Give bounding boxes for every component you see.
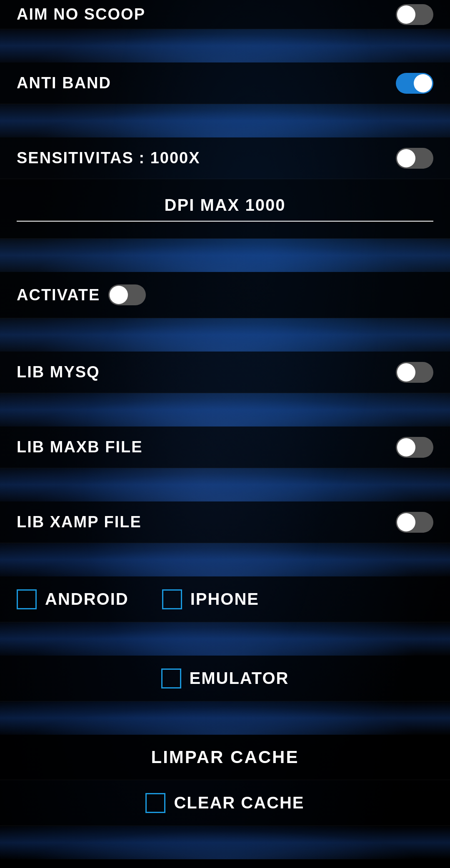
lib-xamp-toggle[interactable] [396,512,433,533]
sensitivitas-toggle[interactable] [396,148,433,169]
toggle-knob [397,363,415,382]
activate-label: ACTIVATE [17,286,100,304]
android-checkbox[interactable] [17,589,37,609]
android-checkbox-wrapper[interactable]: ANDROID [17,589,129,609]
lib-mysq-label: LIB MYSQ [17,363,100,381]
clear-cache-row: CLEAR CACHE [0,780,450,826]
bg-spacer-9 [0,701,450,735]
bg-spacer-7 [0,543,450,576]
dpi-section: DPI MAX 1000 [0,179,450,239]
limpar-cache-section: LIMPAR CACHE [0,735,450,780]
android-label: ANDROID [45,590,129,609]
lib-mysq-row: LIB MYSQ [0,352,450,393]
toggle-knob [110,286,128,304]
emulator-label: EMULATOR [190,669,289,688]
lib-maxb-toggle[interactable] [396,437,433,458]
bg-spacer-1 [0,29,450,62]
activate-row: ACTIVATE [0,272,450,318]
anti-band-row: ANTI BAND [0,62,450,104]
toggle-knob [397,438,415,456]
lib-xamp-row: LIB XAMP FILE [0,501,450,543]
sensitivitas-row: SENSITIVITAS : 1000X [0,137,450,179]
bg-spacer-2 [0,104,450,137]
lib-maxb-row: LIB MAXB FILE [0,427,450,468]
clear-cache-checkbox[interactable] [145,793,165,813]
lib-xamp-label: LIB XAMP FILE [17,513,142,531]
lib-mysq-toggle[interactable] [396,362,433,383]
device-row: ANDROID IPHONE [0,576,450,622]
emulator-checkbox[interactable] [161,668,181,688]
iphone-checkbox-wrapper[interactable]: IPHONE [162,589,259,609]
bg-spacer-4 [0,318,450,352]
bg-spacer-10 [0,826,450,859]
lib-maxb-label: LIB MAXB FILE [17,438,143,456]
iphone-checkbox[interactable] [162,589,182,609]
bg-spacer-3 [0,239,450,272]
clear-cache-checkbox-wrapper[interactable]: CLEAR CACHE [145,793,304,813]
bg-spacer-6 [0,468,450,501]
clear-cache-label: CLEAR CACHE [174,793,304,812]
aim-no-scoop-label: AIM NO SCOOP [17,5,145,23]
sensitivitas-label: SENSITIVITAS : 1000X [17,149,200,167]
limpar-cache-label: LIMPAR CACHE [151,747,299,767]
toggle-knob [414,74,432,92]
aim-no-scoop-row: AIM NO SCOOP [0,0,450,29]
anti-band-toggle[interactable] [396,73,433,94]
iphone-label: IPHONE [190,590,259,609]
anti-band-label: ANTI BAND [17,74,111,92]
toggle-knob [397,5,415,24]
dpi-label: DPI MAX 1000 [17,196,433,222]
activate-toggle[interactable] [108,284,146,305]
emulator-checkbox-wrapper[interactable]: EMULATOR [161,668,289,688]
toggle-knob [397,513,415,531]
booster-section: BOOSTER [0,859,450,868]
aim-no-scoop-toggle[interactable] [396,4,433,25]
toggle-knob [397,149,415,167]
bg-spacer-5 [0,393,450,427]
bg-spacer-8 [0,622,450,656]
emulator-row: EMULATOR [0,656,450,701]
